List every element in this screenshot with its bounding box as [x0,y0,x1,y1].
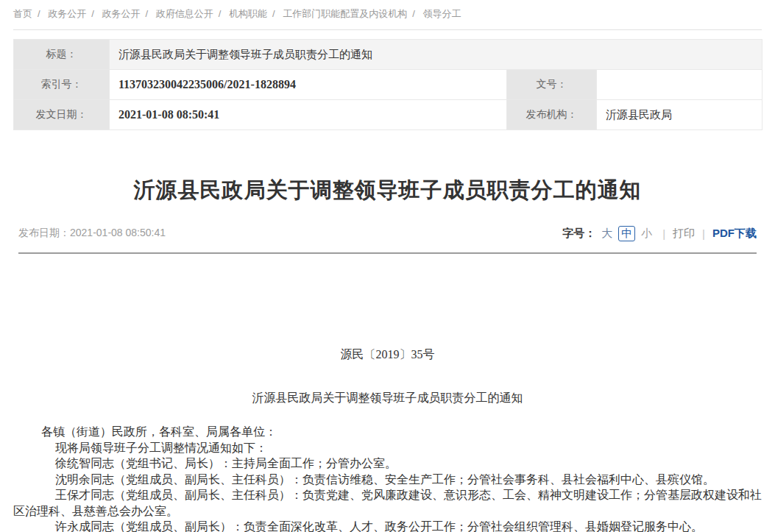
meta-index-value: 113703230042235006/2021-1828894 [110,70,507,100]
document-meta-table: 标题： 沂源县民政局关于调整领导班子成员职责分工的通知 索引号： 1137032… [13,39,762,130]
pdf-download-button[interactable]: PDF下载 [712,227,757,241]
breadcrumb-link[interactable]: 政务公开 [48,8,86,19]
breadcrumb-link[interactable]: 政务公开 [102,8,141,19]
breadcrumb-separator: / [38,8,40,19]
publish-date: 发布日期：2021-01-08 08:50:41 [18,227,166,240]
breadcrumb: 首页/ 政务公开/ 政务公开/ 政府信息公开/ 机构职能/ 工作部门职能配置及内… [0,0,775,26]
meta-index-label: 索引号： [14,70,110,100]
meta-publisher-label: 发布机构： [507,100,597,130]
article-paragraph: 许永成同志（党组成员、副局长）：负责全面深化改革、人才、政务公开工作；分管社会组… [13,519,762,532]
breadcrumb-separator: / [412,8,415,19]
font-size-small-button[interactable]: 小 [641,227,652,241]
article-paragraph: 王保才同志（党组成员、副局长、主任科员）：负责党建、党风廉政建设、意识形态、工会… [13,487,762,519]
article-toolbar: 字号： 大 中 小 | 打印 | PDF下载 [562,226,757,241]
print-button[interactable]: 打印 [673,227,695,241]
breadcrumb-link[interactable]: 政府信息公开 [156,8,213,19]
page-title: 沂源县民政局关于调整领导班子成员职责分工的通知 [15,176,760,205]
meta-docnumber-value [597,70,762,100]
doc-inner-title: 沂源县民政局关于调整领导班子成员职责分工的通知 [13,390,762,406]
article-paragraph: 各镇（街道）民政所，各科室、局属各单位： [13,424,762,440]
publish-date-label: 发布日期： [18,227,70,238]
font-size-label: 字号： [562,227,595,241]
meta-publisher-value: 沂源县民政局 [597,100,762,130]
font-size-medium-button[interactable]: 中 [618,226,635,241]
article-body: 源民〔2019〕35号 沂源县民政局关于调整领导班子成员职责分工的通知 各镇（街… [13,347,762,532]
doc-paragraphs: 各镇（街道）民政所，各科室、局属各单位： 现将局领导班子分工调整情况通知如下： … [13,424,762,532]
article-paragraph: 徐统智同志（党组书记、局长）：主持局全面工作；分管办公室。 [13,455,762,472]
breadcrumb-link[interactable]: 领导分工 [423,8,461,19]
breadcrumb-separator: / [272,8,275,19]
breadcrumb-link[interactable]: 工作部门职能配置及内设机构 [283,8,407,19]
article-meta-row: 发布日期：2021-01-08 08:50:41 字号： 大 中 小 | 打印 … [18,224,757,242]
meta-title-label: 标题： [14,40,110,70]
publish-date-value: 2021-01-08 08:50:41 [70,227,166,238]
meta-issuedate-label: 发文日期： [14,100,110,130]
header-divider [18,252,757,254]
font-size-large-button[interactable]: 大 [601,227,612,241]
breadcrumb-link[interactable]: 首页 [13,8,32,19]
meta-docnumber-label: 文号： [507,70,597,100]
article-paragraph: 沈明余同志（党组成员、副局长、主任科员）：负责信访维稳、安全生产工作；分管社会事… [13,472,762,488]
breadcrumb-link[interactable]: 机构职能 [229,8,267,19]
meta-issuedate-value: 2021-01-08 08:50:41 [110,100,507,130]
breadcrumb-separator: / [219,8,222,19]
meta-title-value: 沂源县民政局关于调整领导班子成员职责分工的通知 [110,40,762,70]
article-paragraph: 现将局领导班子分工调整情况通知如下： [13,440,762,456]
doc-reference-number: 源民〔2019〕35号 [13,347,762,363]
breadcrumb-separator: / [91,8,94,19]
breadcrumb-separator: / [146,8,149,19]
toolbar-separator: | [702,227,705,240]
toolbar-separator: | [662,227,665,240]
breadcrumb-divider [13,29,762,30]
